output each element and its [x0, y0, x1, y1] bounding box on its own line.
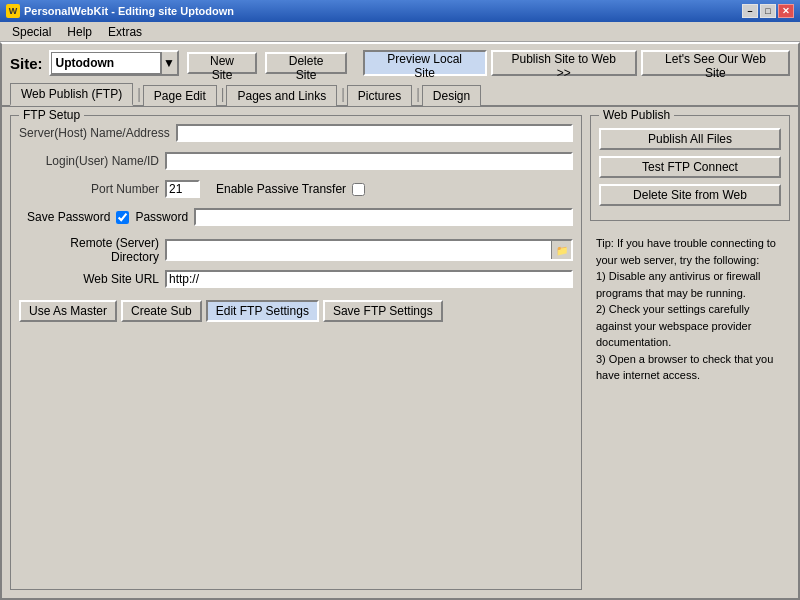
save-password-label: Save Password	[27, 210, 110, 224]
login-input[interactable]	[165, 152, 573, 170]
delete-site-from-web-button[interactable]: Delete Site from Web	[599, 184, 781, 206]
passive-label: Enable Passive Transfer	[216, 182, 346, 196]
url-input[interactable]	[165, 270, 573, 288]
url-label: Web Site URL	[19, 272, 159, 286]
use-as-master-button[interactable]: Use As Master	[19, 300, 117, 322]
tabs-row: Web Publish (FTP) | Page Edit | Pages an…	[2, 82, 798, 107]
tab-web-publish[interactable]: Web Publish (FTP)	[10, 83, 133, 106]
port-label: Port Number	[19, 182, 159, 196]
visit-web-site-button[interactable]: Let's See Our Web Site	[641, 50, 790, 76]
window-title: PersonalWebKit - Editing site Uptodown	[24, 5, 234, 17]
app-icon: W	[6, 4, 20, 18]
port-input[interactable]	[165, 180, 200, 198]
server-input[interactable]	[176, 124, 573, 142]
content-area: FTP Setup Server(Host) Name/Address Logi…	[2, 107, 798, 598]
title-bar: W PersonalWebKit - Editing site Uptodown…	[0, 0, 800, 22]
delete-site-button[interactable]: Delete Site	[265, 52, 346, 74]
remote-browse-button[interactable]: 📁	[551, 241, 571, 259]
server-label: Server(Host) Name/Address	[19, 126, 170, 140]
menu-special[interactable]: Special	[4, 23, 59, 41]
menu-extras[interactable]: Extras	[100, 23, 150, 41]
site-label: Site:	[10, 55, 43, 72]
web-publish-box: Web Publish Publish All Files Test FTP C…	[590, 115, 790, 221]
tab-design[interactable]: Design	[422, 85, 481, 106]
test-ftp-connect-button[interactable]: Test FTP Connect	[599, 156, 781, 178]
web-publish-title: Web Publish	[599, 108, 674, 122]
right-panel: Web Publish Publish All Files Test FTP C…	[590, 115, 790, 590]
tip-text: Tip: If you have trouble connecting to y…	[596, 237, 779, 381]
bottom-buttons: Use As Master Create Sub Edit FTP Settin…	[19, 300, 573, 322]
remote-input-wrapper: 📁	[165, 239, 573, 261]
tab-pictures[interactable]: Pictures	[347, 85, 412, 106]
save-password-checkbox[interactable]	[116, 211, 129, 224]
create-sub-button[interactable]: Create Sub	[121, 300, 202, 322]
publish-site-button[interactable]: Publish Site to Web >>	[491, 50, 637, 76]
password-input[interactable]	[194, 208, 573, 226]
tab-pages-links[interactable]: Pages and Links	[226, 85, 337, 106]
main-window: Site: Uptodown ▼ New Site Delete Site Pr…	[0, 42, 800, 600]
publish-all-files-button[interactable]: Publish All Files	[599, 128, 781, 150]
passive-checkbox[interactable]	[352, 183, 365, 196]
maximize-button[interactable]: □	[760, 4, 776, 18]
remote-directory-input[interactable]	[167, 241, 551, 259]
menu-bar: Special Help Extras	[0, 22, 800, 42]
site-dropdown-arrow[interactable]: ▼	[161, 52, 177, 74]
tab-page-edit[interactable]: Page Edit	[143, 85, 217, 106]
site-dropdown-wrapper[interactable]: Uptodown ▼	[49, 50, 179, 76]
new-site-button[interactable]: New Site	[187, 52, 258, 74]
edit-ftp-settings-button[interactable]: Edit FTP Settings	[206, 300, 319, 322]
ftp-setup-panel: FTP Setup Server(Host) Name/Address Logi…	[10, 115, 582, 590]
minimize-button[interactable]: –	[742, 4, 758, 18]
save-ftp-settings-button[interactable]: Save FTP Settings	[323, 300, 443, 322]
remote-label: Remote (Server) Directory	[19, 236, 159, 264]
close-button[interactable]: ✕	[778, 4, 794, 18]
password-label: Password	[135, 210, 188, 224]
login-label: Login(User) Name/ID	[19, 154, 159, 168]
menu-help[interactable]: Help	[59, 23, 100, 41]
ftp-setup-title: FTP Setup	[19, 108, 84, 122]
site-dropdown[interactable]: Uptodown	[51, 52, 161, 74]
tip-box: Tip: If you have trouble connecting to y…	[590, 229, 790, 590]
preview-local-site-button[interactable]: Preview Local Site	[363, 50, 487, 76]
